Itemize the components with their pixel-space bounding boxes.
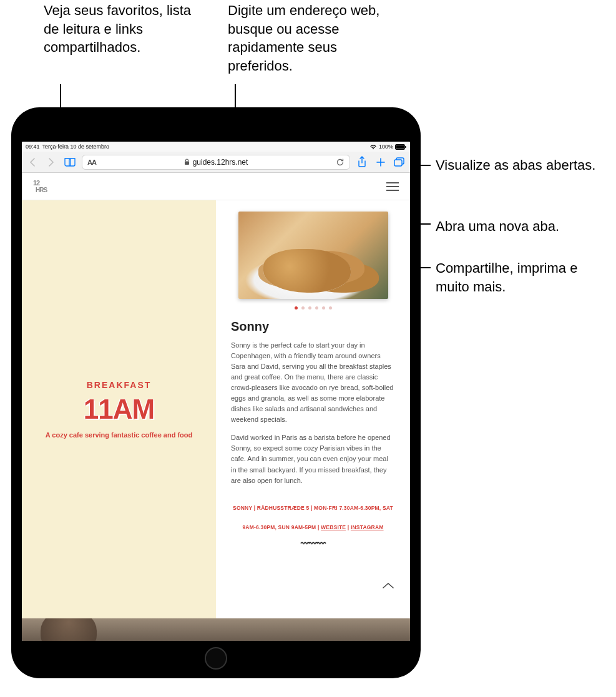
share-button[interactable]	[355, 155, 369, 169]
article-paragraph: Sonny is the perfect cafe to start your …	[231, 340, 395, 425]
svg-text:12: 12	[33, 179, 40, 187]
safari-toolbar: AA guides.12hrs.net	[22, 152, 410, 173]
venue-info-line-1: SONNY | RÅDHUSSTRÆDE 5 | MON-FRI 7.30AM-…	[231, 505, 395, 511]
wave-separator: 〰〰〰	[231, 539, 395, 548]
carousel-dot[interactable]	[322, 306, 325, 310]
menu-button[interactable]	[386, 182, 399, 191]
hero-eyebrow: BREAKFAST	[87, 380, 152, 390]
webpage-content: 12HRS BREAKFAST 11AM A cozy cafe serving…	[22, 173, 410, 641]
wifi-icon	[369, 144, 377, 150]
carousel-dot[interactable]	[295, 306, 298, 310]
carousel-dot[interactable]	[315, 306, 318, 310]
ipad-screen: 09:41 Terça-feira 10 de setembro 100%	[22, 142, 410, 641]
article-paragraph: David worked in Paris as a barista befor…	[231, 432, 395, 485]
callout-share: Compartilhe, imprima e muito mais.	[436, 259, 610, 296]
callout-bookmarks: Veja seus favoritos, lista de leitura e …	[44, 1, 193, 57]
tabs-button[interactable]	[393, 155, 406, 169]
svg-text:HRS: HRS	[36, 187, 47, 193]
hero-time: 11AM	[84, 394, 154, 425]
website-link[interactable]: WEBSITE	[321, 524, 346, 530]
hero-image[interactable]	[238, 212, 388, 299]
battery-percent: 100%	[379, 144, 393, 150]
instagram-link[interactable]: INSTAGRAM	[351, 524, 384, 530]
article-title: Sonny	[231, 319, 395, 334]
svg-rect-2	[405, 146, 406, 148]
svg-rect-3	[185, 162, 189, 165]
callout-newtab: Abra uma nova aba.	[436, 217, 610, 236]
address-bar[interactable]: AA guides.12hrs.net	[82, 155, 350, 170]
bookmarks-button[interactable]	[63, 155, 77, 169]
hero-left-panel: BREAKFAST 11AM A cozy cafe serving fanta…	[22, 200, 216, 618]
new-tab-button[interactable]	[374, 155, 388, 169]
info-sep: |	[346, 524, 351, 530]
reload-button[interactable]	[336, 158, 345, 167]
next-section-preview	[22, 618, 410, 641]
carousel-dots[interactable]	[231, 306, 395, 310]
article-panel: Sonny Sonny is the perfect cafe to start…	[216, 200, 410, 618]
hero-subtitle: A cozy cafe serving fantastic coffee and…	[46, 431, 193, 439]
callout-address: Digite um endereço web, busque ou acesse…	[228, 1, 390, 76]
back-button[interactable]	[26, 155, 39, 169]
svg-rect-1	[396, 145, 404, 149]
carousel-dot[interactable]	[308, 306, 311, 310]
site-header: 12HRS	[22, 173, 410, 200]
page-body: BREAKFAST 11AM A cozy cafe serving fanta…	[22, 200, 410, 618]
carousel-dot[interactable]	[329, 306, 332, 310]
svg-rect-5	[394, 160, 402, 166]
status-time: 09:41	[26, 144, 40, 150]
url-text: guides.12hrs.net	[193, 158, 248, 167]
carousel-dot[interactable]	[301, 306, 305, 310]
forward-button[interactable]	[44, 155, 58, 169]
battery-icon	[395, 144, 406, 150]
lock-icon	[184, 158, 190, 165]
callout-tabs: Visualize as abas abertas.	[436, 156, 598, 175]
venue-info-line-2: 9AM-6.30PM, SUN 9AM-5PM | WEBSITE | INST…	[231, 524, 395, 530]
ipad-device-frame: 09:41 Terça-feira 10 de setembro 100%	[11, 107, 421, 678]
site-logo[interactable]: 12HRS	[33, 179, 51, 194]
home-button[interactable]	[205, 647, 227, 670]
info-prefix: 9AM-6.30PM, SUN 9AM-5PM |	[242, 524, 321, 530]
scroll-top-button[interactable]	[380, 577, 396, 593]
reader-aa-button[interactable]: AA	[87, 158, 96, 166]
status-date: Terça-feira 10 de setembro	[42, 144, 110, 150]
status-bar: 09:41 Terça-feira 10 de setembro 100%	[22, 142, 410, 152]
